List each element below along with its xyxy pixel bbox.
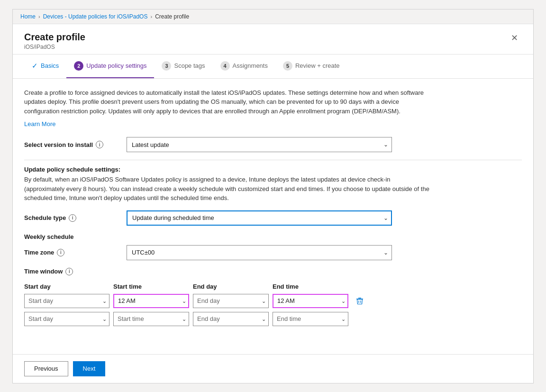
header-start-day: Start day <box>24 283 109 290</box>
row2-end-day-select[interactable]: End day MondayTuesdayWednesday ThursdayF… <box>193 312 269 326</box>
row2-start-day-select[interactable]: Start day MondayTuesdayWednesday Thursda… <box>24 312 109 326</box>
row1-start-time-select[interactable]: 12 AM 1 AM2 AM6 AM12 PM <box>113 294 189 308</box>
schedule-table-header: Start day Start time End day End time <box>24 283 432 290</box>
row1-end-time-select[interactable]: 12 AM 1 AM2 AM6 AM12 PM <box>273 294 348 308</box>
previous-button[interactable]: Previous <box>24 361 68 376</box>
tab-update-policy-label: Update policy settings <box>86 62 146 69</box>
schedule-type-select-wrapper: Update during scheduled time Update at a… <box>127 210 392 226</box>
separator-1 <box>24 160 522 160</box>
row1-start-day-select[interactable]: Start day MondayTuesdayWednesday Thursda… <box>24 294 109 308</box>
tab-review-create-label: Review + create <box>295 62 340 69</box>
row1-start-time-wrapper: 12 AM 1 AM2 AM6 AM12 PM ⌄ <box>113 294 189 308</box>
weekly-schedule-label: Weekly schedule <box>24 233 522 240</box>
row1-end-time-wrapper: 12 AM 1 AM2 AM6 AM12 PM ⌄ <box>273 294 348 308</box>
version-select-row: Select version to install i Latest updat… <box>24 137 522 152</box>
header-start-time: Start time <box>113 283 189 290</box>
content-area: Create a profile to force assigned devic… <box>13 79 533 354</box>
checkmark-icon: ✓ <box>32 62 38 70</box>
timezone-info-icon[interactable]: i <box>57 249 64 256</box>
tab-basics-label: Basics <box>41 62 59 69</box>
row2-start-time-select[interactable]: Start time 12 AM1 AM6 AM12 PM <box>113 312 189 326</box>
breadcrumb-home[interactable]: Home <box>20 13 36 20</box>
tab-assignments-label: Assignments <box>233 62 268 69</box>
schedule-type-info-icon[interactable]: i <box>69 214 76 222</box>
page-subtitle: iOS/iPadOS <box>24 44 85 50</box>
time-window-label: Time window i <box>24 268 522 275</box>
tab-review-create-num: 5 <box>283 61 292 71</box>
header-end-time: End time <box>273 283 348 290</box>
row2-start-time-wrapper: Start time 12 AM1 AM6 AM12 PM ⌄ <box>113 312 189 326</box>
version-info-icon[interactable]: i <box>96 141 103 148</box>
schedule-type-row: Schedule type i Update during scheduled … <box>24 210 522 226</box>
row1-start-day-wrapper: Start day MondayTuesdayWednesday Thursda… <box>24 294 109 308</box>
tab-review-create[interactable]: 5 Review + create <box>275 55 347 78</box>
timezone-row: Time zone i UTC±00 UTC-05:00 UTC+01:00 ⌄ <box>24 245 522 260</box>
version-label: Select version to install i <box>24 141 119 148</box>
breadcrumb-devices[interactable]: Devices - Update policies for iOS/iPadOS <box>43 13 148 20</box>
timezone-select-wrapper: UTC±00 UTC-05:00 UTC+01:00 ⌄ <box>127 245 392 260</box>
window-header: Create profile iOS/iPadOS ✕ <box>13 24 533 55</box>
row2-start-day-wrapper: Start day MondayTuesdayWednesday Thursda… <box>24 312 109 326</box>
svg-rect-1 <box>358 298 361 299</box>
tab-scope-tags[interactable]: 3 Scope tags <box>154 55 212 78</box>
schedule-row-1: Start day MondayTuesdayWednesday Thursda… <box>24 294 432 308</box>
breadcrumb: Home › Devices - Update policies for iOS… <box>13 9 533 24</box>
row2-end-time-wrapper: End time 12 AM1 AM6 AM12 PM ⌄ <box>273 312 348 326</box>
tab-update-policy-num: 2 <box>74 61 83 71</box>
version-select-wrapper: Latest update iOS 16 iOS 15 ⌄ <box>127 137 392 152</box>
row1-delete-button[interactable] <box>352 294 367 308</box>
schedule-table: Start day Start time End day End time St… <box>24 283 432 326</box>
version-select[interactable]: Latest update iOS 16 iOS 15 <box>127 137 392 152</box>
next-button[interactable]: Next <box>73 361 106 376</box>
intro-description: Create a profile to force assigned devic… <box>24 88 432 116</box>
row2-end-time-select[interactable]: End time 12 AM1 AM6 AM12 PM <box>273 312 348 326</box>
window-title-group: Create profile iOS/iPadOS <box>24 32 85 50</box>
tab-basics[interactable]: ✓ Basics <box>24 55 66 78</box>
breadcrumb-current: Create profile <box>155 13 189 20</box>
schedule-row-2: Start day MondayTuesdayWednesday Thursda… <box>24 312 432 326</box>
schedule-type-label: Schedule type i <box>24 214 119 222</box>
schedule-section-title: Update policy schedule settings: <box>24 166 522 173</box>
time-window-info-icon[interactable]: i <box>65 268 73 275</box>
row1-end-day-wrapper: End day MondayTuesdayWednesday ThursdayF… <box>193 294 269 308</box>
learn-more-link[interactable]: Learn More <box>24 120 55 128</box>
tab-assignments[interactable]: 4 Assignments <box>213 55 275 78</box>
breadcrumb-sep-2: › <box>150 14 152 19</box>
tab-update-policy[interactable]: 2 Update policy settings <box>66 55 154 78</box>
create-profile-window: Home › Devices - Update policies for iOS… <box>12 9 534 383</box>
tab-assignments-num: 4 <box>220 61 230 71</box>
header-end-day: End day <box>193 283 269 290</box>
timezone-label: Time zone i <box>24 249 119 256</box>
page-title: Create profile <box>24 32 85 43</box>
schedule-type-select[interactable]: Update during scheduled time Update at a… <box>127 210 392 226</box>
schedule-section-desc: By default, when an iOS/iPadOS Software … <box>24 175 432 203</box>
tab-scope-tags-label: Scope tags <box>174 62 205 69</box>
timezone-select[interactable]: UTC±00 UTC-05:00 UTC+01:00 <box>127 245 392 260</box>
row1-end-day-select[interactable]: End day MondayTuesdayWednesday ThursdayF… <box>193 294 269 308</box>
tab-scope-tags-num: 3 <box>162 61 171 71</box>
wizard-tabs: ✓ Basics 2 Update policy settings 3 Scop… <box>13 55 533 79</box>
wizard-footer: Previous Next <box>13 354 533 383</box>
row2-end-day-wrapper: End day MondayTuesdayWednesday ThursdayF… <box>193 312 269 326</box>
breadcrumb-sep-1: › <box>38 14 40 19</box>
close-button[interactable]: ✕ <box>507 32 522 44</box>
